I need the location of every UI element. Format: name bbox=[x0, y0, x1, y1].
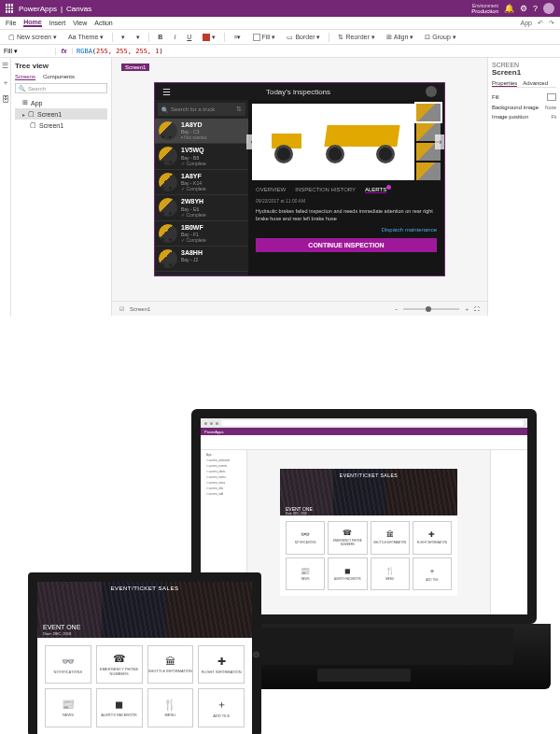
event-app-tablet: EVENT/TICKET SALES EVENT ONE Date: DEC. … bbox=[37, 582, 252, 734]
group-button[interactable]: ⊡ Group ▾ bbox=[422, 34, 458, 41]
environment-picker[interactable]: Environment Production bbox=[471, 4, 498, 14]
avatar[interactable] bbox=[543, 3, 554, 14]
fill-button[interactable]: Fill ▾ bbox=[250, 34, 279, 41]
detail-tab-alerts[interactable]: ALERTS bbox=[365, 187, 386, 193]
tree-rail-icon[interactable]: ☰ bbox=[2, 62, 8, 70]
app-tile[interactable]: ＋ADD TILE bbox=[198, 688, 245, 727]
truck-item[interactable]: 2W8YHBay - E6Complete bbox=[155, 195, 248, 220]
app-link[interactable]: App bbox=[521, 20, 532, 27]
formula-input[interactable]: RGBA(255, 255, 255, 1) bbox=[73, 48, 560, 55]
fit-button[interactable]: ⛶ bbox=[474, 306, 480, 312]
italic-button[interactable]: I bbox=[171, 34, 178, 40]
truck-item[interactable]: 1A8YFBay - K14Complete bbox=[155, 170, 248, 195]
breadcrumb[interactable]: Screen1 bbox=[130, 306, 150, 312]
align-button[interactable]: ≡▾ bbox=[231, 34, 244, 41]
tree-view-panel: Tree view Screens Components 🔍 Search ⊞ … bbox=[11, 58, 112, 316]
app-tile[interactable]: 🏛SHUTTLE INFORMATION bbox=[147, 645, 194, 684]
tree-search[interactable]: 🔍 Search bbox=[15, 83, 107, 93]
dispatch-link[interactable]: Dispatch maintenance bbox=[248, 225, 444, 234]
data-rail-icon[interactable]: 🗄 bbox=[2, 95, 9, 104]
notification-icon[interactable]: 🔔 bbox=[504, 4, 514, 13]
props-tab-properties[interactable]: Properties bbox=[492, 80, 517, 87]
prop-fill[interactable]: Fill bbox=[492, 92, 556, 103]
tile-icon: ＋ bbox=[428, 566, 436, 576]
props-tab-advanced[interactable]: Advanced bbox=[523, 80, 548, 87]
help-icon[interactable]: ? bbox=[533, 4, 538, 13]
tile-label: ADD TILE bbox=[426, 578, 438, 582]
app-tile[interactable]: ☎EMERGENCY PHONE NUMBERS bbox=[328, 521, 367, 554]
user-avatar-icon[interactable] bbox=[426, 86, 437, 97]
detail-tab-overview[interactable]: OVERVIEW bbox=[256, 187, 286, 193]
tablet-device: EVENT/TICKET SALES EVENT ONE Date: DEC. … bbox=[28, 572, 261, 734]
filter-icon[interactable]: ⇅ bbox=[236, 106, 242, 113]
prop-imgpos[interactable]: Image positionFit bbox=[492, 112, 556, 121]
reorder-button[interactable]: ⇅ Reorder ▾ bbox=[335, 34, 377, 41]
waffle-icon[interactable] bbox=[6, 4, 15, 13]
tab-view[interactable]: View bbox=[73, 20, 87, 26]
app-tile[interactable]: ◼ALERTS FACEBOOK bbox=[328, 558, 367, 590]
prop-bgimage[interactable]: Background imageNone bbox=[492, 103, 556, 112]
tile-icon: ＋ bbox=[217, 698, 227, 712]
align2-button[interactable]: ⊞ Align ▾ bbox=[384, 34, 417, 41]
app-tile[interactable]: 📰NEWS bbox=[286, 558, 325, 590]
property-dropdown[interactable]: Fill ▾ bbox=[0, 48, 56, 55]
bold-button[interactable]: B bbox=[155, 34, 165, 40]
tile-label: SHUTTLE INFORMATION bbox=[148, 669, 192, 673]
new-screen-button[interactable]: ▢ New screen ▾ bbox=[6, 34, 60, 41]
theme-button[interactable]: Aa Theme ▾ bbox=[65, 34, 106, 41]
truck-thumb-icon bbox=[159, 147, 177, 165]
tree-node-app[interactable]: ⊞ App bbox=[15, 97, 107, 108]
app-tile[interactable]: 👓NOTIFICATIONS bbox=[286, 521, 325, 554]
continue-button[interactable]: CONTINUE INSPECTION bbox=[256, 238, 437, 252]
detail-tab-history[interactable]: INSPECTION HISTORY bbox=[295, 187, 356, 193]
tab-file[interactable]: File bbox=[6, 20, 16, 26]
zoom-out-button[interactable]: − bbox=[395, 306, 399, 312]
tree-node-screen1[interactable]: ▸ ▢ Screen1 bbox=[15, 108, 107, 120]
app-tile[interactable]: ◼ALERTS FACEBOOK bbox=[96, 688, 143, 727]
undo-icon[interactable]: ↶ bbox=[538, 20, 543, 27]
app-preview[interactable]: ☰ Today's inspections 🔍 Search for a tru… bbox=[155, 83, 444, 275]
zoom-slider[interactable] bbox=[403, 308, 459, 310]
app-tile[interactable]: 👓NOTIFICATIONS bbox=[45, 645, 91, 684]
tab-home[interactable]: Home bbox=[23, 19, 41, 27]
truck-search[interactable]: 🔍 Search for a truck⇅ bbox=[158, 103, 245, 116]
fontsize-dropdown[interactable]: ▾ bbox=[133, 34, 143, 41]
tab-action[interactable]: Action bbox=[94, 20, 112, 26]
app-tile[interactable]: 📰NEWS bbox=[45, 688, 91, 727]
tree-node-screen1-dup[interactable]: ▢ Screen1 bbox=[15, 120, 107, 131]
thumbnail[interactable] bbox=[416, 104, 441, 121]
tab-insert[interactable]: Insert bbox=[49, 20, 66, 26]
tile-icon: ☎ bbox=[343, 529, 352, 537]
truck-item[interactable]: 1B0WFBay - F1Complete bbox=[155, 221, 248, 247]
app-tile[interactable]: 🍴MENU bbox=[147, 688, 194, 727]
app-tile[interactable]: ＋ADD TILE bbox=[413, 558, 452, 590]
fontcolor-button[interactable]: ▾ bbox=[200, 34, 218, 41]
app-tile[interactable]: ✚FLIGHT INFORMATION bbox=[413, 521, 452, 554]
tile-label: SHUTTLE INFORMATION bbox=[373, 541, 406, 544]
redo-icon[interactable]: ↷ bbox=[549, 20, 554, 27]
truck-item[interactable]: 3A8HHBay - J2 bbox=[155, 247, 248, 272]
app-tile[interactable]: 🍴MENU bbox=[371, 558, 410, 590]
breadcrumb-checkbox[interactable]: ☑ bbox=[119, 305, 124, 312]
address-bar[interactable] bbox=[221, 420, 524, 426]
props-header: SCREEN bbox=[492, 62, 556, 68]
truck-item[interactable]: 1V5WQBay - B8Complete bbox=[155, 144, 248, 169]
thumbnail[interactable] bbox=[416, 162, 441, 180]
app-tile[interactable]: 🏛SHUTTLE INFORMATION bbox=[371, 521, 410, 554]
tile-icon: ✚ bbox=[217, 656, 226, 668]
tree-tab-components[interactable]: Components bbox=[43, 74, 75, 80]
font-dropdown[interactable]: ▾ bbox=[119, 34, 128, 41]
underline-button[interactable]: U bbox=[184, 34, 194, 40]
zoom-in-button[interactable]: + bbox=[465, 306, 469, 312]
app-tile[interactable]: ✚FLIGHT INFORMATION bbox=[198, 645, 245, 684]
truck-item[interactable]: 1A8YDBay - C3Not started bbox=[155, 119, 248, 144]
tree-tab-screens[interactable]: Screens bbox=[15, 74, 35, 80]
next-image-button[interactable]: › bbox=[435, 134, 444, 149]
tile-icon: ◼ bbox=[344, 567, 351, 575]
hamburger-icon[interactable]: ☰ bbox=[162, 87, 171, 97]
insert-rail-icon[interactable]: ＋ bbox=[2, 78, 9, 88]
settings-icon[interactable]: ⚙ bbox=[520, 4, 527, 13]
border-button[interactable]: ▭ Border ▾ bbox=[284, 34, 323, 41]
tree-node[interactable]: > screen_add bbox=[203, 491, 245, 497]
app-tile[interactable]: ☎EMERGENCY PHONE NUMBERS bbox=[96, 645, 143, 684]
